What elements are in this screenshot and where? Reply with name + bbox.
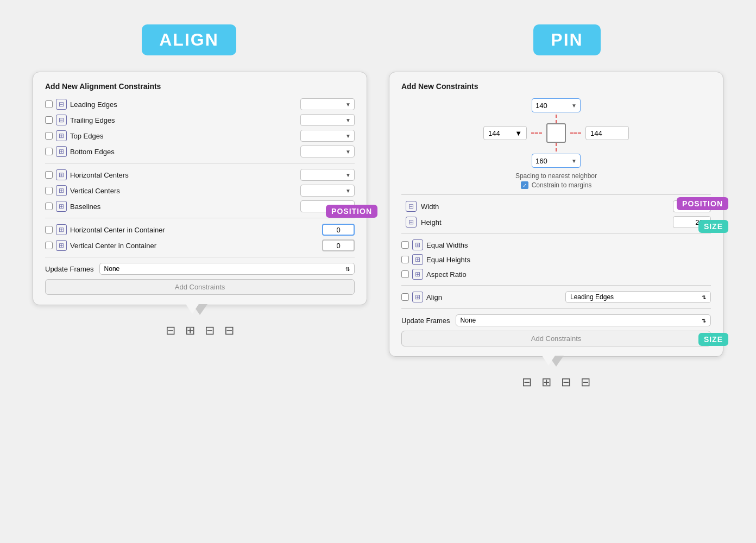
pin-bottom-arrow: ▼	[571, 158, 577, 164]
trailing-edges-checkbox[interactable]	[45, 116, 53, 124]
top-edges-icon: ⊞	[56, 130, 67, 141]
horizontal-centers-dropdown[interactable]: ▼	[300, 169, 355, 181]
horizontal-centers-row: ⊞ Horizontal Centers ▼	[45, 169, 355, 181]
pin-panel-wrapper: Add New Constraints 140 ▼ 144 ▼	[389, 72, 723, 389]
align-add-constraints-button[interactable]: Add Constraints	[45, 279, 355, 295]
bottom-edges-row: ⊞ Bottom Edges ▼	[45, 146, 355, 157]
vert-center-container-checkbox[interactable]	[45, 242, 53, 249]
align-icon-2: ⊞	[185, 324, 195, 338]
pin-update-frames-select[interactable]: None ⇅	[456, 314, 711, 326]
pin-align-icon: ⊞	[412, 292, 423, 302]
horiz-center-container-label: Horizontal Center in Container	[70, 226, 319, 234]
leading-edges-checkbox[interactable]	[45, 100, 53, 108]
pin-height-icon: ⊟	[406, 217, 417, 228]
align-position-badge: POSITION	[326, 205, 377, 218]
pin-top-arrow: ▼	[571, 103, 577, 109]
equal-heights-checkbox[interactable]	[401, 256, 409, 263]
pin-icon-1: ⊟	[522, 375, 532, 389]
vert-center-container-icon: ⊞	[56, 240, 67, 251]
pin-top-input[interactable]: 140 ▼	[532, 98, 581, 112]
vert-center-container-row: ⊞ Vertical Center in Container	[45, 239, 355, 251]
pin-left-value: 144	[488, 129, 500, 137]
pin-bottom-row: 160 ▼	[532, 154, 581, 168]
constrain-margins-row: ✓ Constrain to margins	[401, 181, 711, 189]
vertical-centers-checkbox[interactable]	[45, 187, 53, 194]
pin-right-input[interactable]: 144	[585, 126, 629, 140]
constrain-margins-label: Constrain to margins	[532, 181, 592, 189]
constrain-margins-checkbox[interactable]: ✓	[521, 181, 528, 189]
bottom-edges-icon: ⊞	[56, 146, 67, 157]
horiz-center-container-input[interactable]	[322, 224, 355, 236]
pin-update-frames-label: Update Frames	[401, 317, 450, 325]
pin-position-badge: POSITION	[677, 197, 728, 210]
align-icons-row: ⊟ ⊞ ⊟ ⊟	[166, 324, 234, 338]
pin-icon-2: ⊞	[541, 375, 551, 389]
pin-add-constraints-button[interactable]: Add Constraints	[401, 331, 711, 346]
aspect-ratio-checkbox[interactable]	[401, 270, 409, 278]
bottom-edges-label: Bottom Edges	[70, 148, 297, 156]
bottom-edges-dropdown[interactable]: ▼	[300, 146, 355, 157]
trailing-edges-dropdown[interactable]: ▼	[300, 114, 355, 126]
align-panel: Add New Alignment Constraints ⊟ Leading …	[33, 72, 367, 305]
pin-align-row: ⊞ Align Leading Edges ⇅	[401, 291, 711, 303]
pin-icon-4: ⊟	[581, 375, 590, 389]
pin-top-row: 140 ▼	[532, 98, 581, 112]
baselines-checkbox[interactable]	[45, 203, 53, 210]
pin-top-value: 140	[536, 102, 547, 110]
equal-widths-checkbox[interactable]	[401, 241, 409, 249]
leading-edges-dropdown[interactable]: ▼	[300, 98, 355, 110]
top-edges-checkbox[interactable]	[45, 132, 53, 140]
pin-icons-row: ⊟ ⊞ ⊟ ⊟	[522, 375, 590, 389]
trailing-edges-label: Trailing Edges	[70, 116, 297, 124]
horiz-center-container-row: ⊞ Horizontal Center in Container	[45, 224, 355, 236]
pin-dashed-top	[556, 115, 557, 123]
pin-bottom-input[interactable]: 160 ▼	[532, 154, 581, 168]
leading-edges-row: ⊟ Leading Edges ▼	[45, 98, 355, 110]
pin-width-icon: ⊟	[406, 201, 417, 212]
trailing-edges-icon: ⊟	[56, 115, 67, 125]
pin-left-input[interactable]: 144 ▼	[483, 126, 527, 140]
pin-callout	[549, 356, 564, 369]
vertical-centers-row: ⊞ Vertical Centers ▼	[45, 185, 355, 197]
leading-edges-icon: ⊟	[56, 99, 67, 110]
equal-heights-icon: ⊞	[412, 254, 423, 265]
pin-constraint-widget: 140 ▼ 144 ▼ 144	[401, 98, 711, 168]
pin-bottom-value: 160	[536, 157, 547, 165]
pin-spacing-label: Spacing to nearest neighbor	[401, 172, 711, 180]
align-icon-3: ⊟	[205, 324, 215, 338]
top-edges-label: Top Edges	[70, 132, 297, 140]
baselines-icon: ⊞	[56, 201, 67, 212]
baselines-row: ⊞ Baselines ▼	[45, 200, 355, 212]
baselines-label: Baselines	[70, 203, 297, 211]
pin-update-frames-value: None	[461, 317, 476, 324]
pin-height-label: Height	[421, 218, 669, 226]
pin-dashed-left	[531, 132, 542, 134]
pin-align-dropdown[interactable]: Leading Edges ⇅	[565, 291, 711, 303]
aspect-ratio-row: ⊞ Aspect Ratio	[401, 269, 711, 280]
vert-center-container-label: Vertical Center in Container	[70, 242, 319, 250]
equal-widths-label: Equal Widths	[426, 241, 711, 249]
pin-align-checkbox[interactable]	[401, 293, 409, 301]
horizontal-centers-icon: ⊞	[56, 169, 67, 180]
pin-left-arrow: ▼	[515, 129, 522, 137]
pin-align-value: Leading Edges	[570, 293, 614, 301]
equal-heights-label: Equal Heights	[426, 256, 711, 264]
bottom-edges-checkbox[interactable]	[45, 148, 53, 155]
horiz-center-container-checkbox[interactable]	[45, 226, 53, 233]
align-panel-title: Add New Alignment Constraints	[45, 82, 355, 91]
vert-center-container-input[interactable]	[322, 239, 355, 251]
pin-header-badge: PIN	[533, 24, 600, 55]
vertical-centers-dropdown[interactable]: ▼	[300, 185, 355, 197]
pin-dashed-bottom	[556, 143, 557, 151]
pin-center-box	[546, 123, 566, 143]
vertical-centers-label: Vertical Centers	[70, 187, 297, 195]
pin-width-row: ⊟ Width	[401, 200, 711, 212]
pin-height-row: ⊟ Height	[401, 216, 711, 228]
pin-size-badge-2: SIZE	[698, 333, 728, 346]
align-header-badge: ALIGN	[142, 24, 236, 55]
align-update-frames-select[interactable]: None ⇅	[99, 263, 355, 275]
horizontal-centers-checkbox[interactable]	[45, 171, 53, 179]
top-edges-dropdown[interactable]: ▼	[300, 130, 355, 142]
align-callout	[192, 305, 207, 317]
pin-update-frames-arrow: ⇅	[702, 318, 706, 324]
